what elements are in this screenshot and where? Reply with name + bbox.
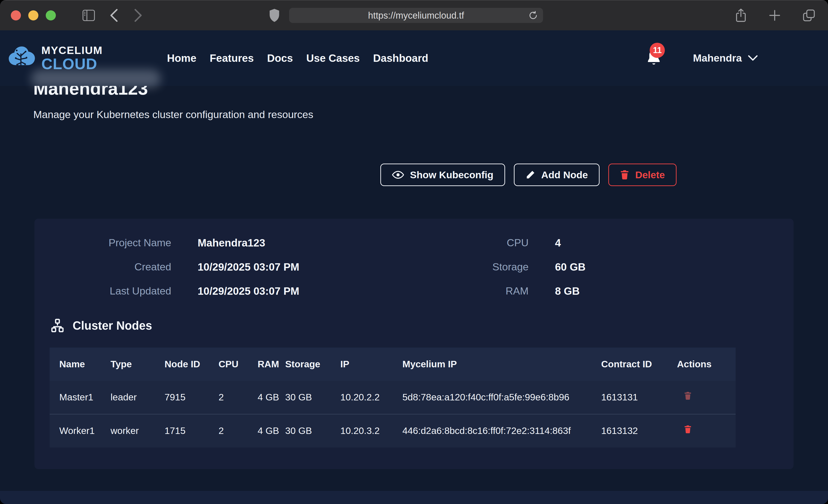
- cell-storage: 30 GB: [282, 414, 337, 448]
- cell-contract-id: 1613132: [598, 414, 673, 448]
- close-window-button[interactable]: [11, 10, 21, 20]
- tab-overview-button[interactable]: [802, 9, 815, 22]
- back-icon: [110, 9, 119, 22]
- cell-mycelium-ip: 5d8:78ea:a120:f40c:ff0f:a5fe:99e6:8b96: [399, 381, 598, 414]
- add-node-button[interactable]: Add Node: [514, 164, 599, 186]
- column-header-mycelium-ip: Mycelium IP: [399, 347, 598, 381]
- cluster-actions: Show Kubeconfig Add Node Delete: [380, 164, 676, 186]
- column-header-storage: Storage: [282, 347, 337, 381]
- info-label-ram: RAM: [369, 279, 529, 303]
- cell-ram: 4 GB: [254, 414, 282, 448]
- cell-type: leader: [107, 381, 161, 414]
- privacy-blur: [31, 69, 161, 88]
- info-label-storage: Storage: [369, 255, 529, 279]
- cell-cpu: 2: [215, 381, 254, 414]
- pencil-icon: [526, 170, 535, 180]
- back-button[interactable]: [110, 9, 119, 22]
- sidebar-icon: [82, 10, 95, 21]
- cell-ip: 10.20.2.2: [337, 381, 399, 414]
- minimize-window-button[interactable]: [28, 10, 38, 20]
- cell-node-id: 7915: [161, 381, 215, 414]
- eye-icon: [392, 170, 404, 179]
- cell-contract-id: 1613131: [598, 381, 673, 414]
- cell-ram: 4 GB: [254, 381, 282, 414]
- info-label-project-name: Project Name: [35, 230, 171, 255]
- share-icon: [735, 8, 747, 23]
- url-text: https://myceliumcloud.tf: [368, 10, 464, 21]
- nav-link-features[interactable]: Features: [210, 52, 254, 64]
- trash-icon: [684, 391, 692, 401]
- column-header-type: Type: [107, 347, 161, 381]
- nodes-table: Name Type Node ID CPU RAM Storage IP Myc…: [50, 347, 736, 448]
- info-value-created: 10/29/2025 03:07 PM: [171, 255, 369, 279]
- forward-button[interactable]: [133, 9, 143, 22]
- table-row-master1: Master1 leader 7915 2 4 GB 30 GB 10.20.2…: [50, 381, 736, 414]
- cell-type: worker: [107, 414, 161, 448]
- traffic-lights: [11, 10, 56, 20]
- cluster-nodes-title: Cluster Nodes: [73, 319, 152, 332]
- nav-link-use-cases[interactable]: Use Cases: [306, 52, 360, 64]
- browser-window: https://myceliumcloud.tf: [0, 0, 828, 504]
- plus-icon: [769, 9, 781, 22]
- column-header-ip: IP: [337, 347, 399, 381]
- column-header-name: Name: [50, 347, 107, 381]
- info-value-storage: 60 GB: [529, 255, 793, 279]
- trash-icon: [620, 170, 629, 180]
- cluster-info-grid: Project Name Mahendra123 CPU 4 Created 1…: [35, 219, 793, 303]
- network-icon: [50, 318, 65, 333]
- nav-link-docs[interactable]: Docs: [267, 52, 293, 64]
- delete-node-button[interactable]: [684, 391, 692, 401]
- forward-icon: [133, 9, 143, 22]
- cell-name: Master1: [50, 381, 107, 414]
- cell-ip: 10.20.3.2: [337, 414, 399, 448]
- share-button[interactable]: [735, 8, 747, 23]
- user-name: Mahendra: [693, 52, 742, 64]
- nav-link-dashboard[interactable]: Dashboard: [373, 52, 428, 64]
- cell-name: Worker1: [50, 414, 107, 448]
- info-value-cpu: 4: [529, 230, 793, 255]
- table-row-worker1: Worker1 worker 1715 2 4 GB 30 GB 10.20.3…: [50, 414, 736, 448]
- cell-mycelium-ip: 446:d2a6:8bcd:8c16:ff0f:72e2:3114:863f: [399, 414, 598, 448]
- shield-icon: [268, 8, 280, 23]
- cell-node-id: 1715: [161, 414, 215, 448]
- column-header-node-id: Node ID: [161, 347, 215, 381]
- delete-label: Delete: [635, 169, 665, 180]
- nav-link-home[interactable]: Home: [167, 52, 197, 64]
- cell-cpu: 2: [215, 414, 254, 448]
- user-menu[interactable]: Mahendra: [693, 52, 758, 64]
- info-value-ram: 8 GB: [529, 279, 793, 303]
- info-value-last-updated: 10/29/2025 03:07 PM: [171, 279, 369, 303]
- footer-strip: [0, 491, 828, 504]
- new-tab-button[interactable]: [769, 9, 781, 22]
- delete-cluster-button[interactable]: Delete: [608, 164, 676, 186]
- column-header-ram: RAM: [254, 347, 282, 381]
- nav-links: Home Features Docs Use Cases Dashboard: [167, 52, 428, 64]
- delete-node-button[interactable]: [684, 425, 692, 435]
- cluster-info-card: Project Name Mahendra123 CPU 4 Created 1…: [35, 219, 793, 469]
- add-node-label: Add Node: [541, 169, 588, 180]
- cell-storage: 30 GB: [282, 381, 337, 414]
- show-kubeconfig-label: Show Kubeconfig: [410, 169, 493, 180]
- chevron-down-icon: [748, 55, 758, 61]
- tab-overview-icon: [802, 9, 815, 22]
- notification-badge: 11: [650, 43, 665, 58]
- table-header-row: Name Type Node ID CPU RAM Storage IP Myc…: [50, 347, 736, 381]
- info-value-project-name: Mahendra123: [171, 230, 369, 255]
- brand-logo[interactable]: MYCELIUM CLOUD: [7, 44, 103, 72]
- zoom-window-button[interactable]: [46, 10, 56, 20]
- page-subtitle: Manage your Kubernetes cluster configura…: [33, 109, 828, 121]
- cloud-logo-icon: [7, 44, 37, 72]
- brand-name-top: MYCELIUM: [41, 45, 103, 55]
- reload-icon[interactable]: [528, 10, 538, 20]
- sidebar-toggle-button[interactable]: [82, 10, 95, 21]
- column-header-actions: Actions: [673, 347, 736, 381]
- column-header-contract-id: Contract ID: [598, 347, 673, 381]
- info-label-cpu: CPU: [369, 230, 529, 255]
- trash-icon: [684, 425, 692, 434]
- page-content: Mahendra123 Manage your Kubernetes clust…: [0, 86, 828, 504]
- url-bar[interactable]: https://myceliumcloud.tf: [289, 8, 543, 23]
- column-header-cpu: CPU: [215, 347, 254, 381]
- show-kubeconfig-button[interactable]: Show Kubeconfig: [380, 164, 505, 186]
- browser-chrome: https://myceliumcloud.tf: [0, 0, 828, 30]
- notifications-button[interactable]: 11: [645, 48, 663, 69]
